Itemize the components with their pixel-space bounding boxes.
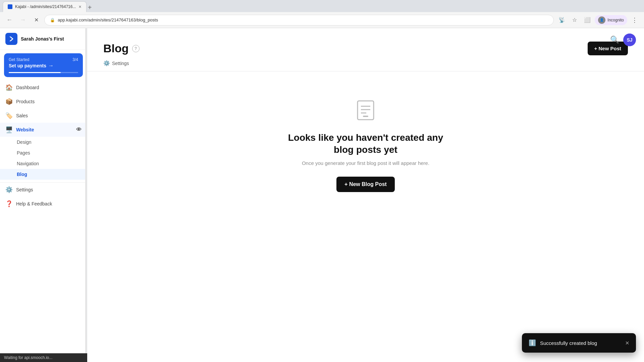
sidebar-item-website[interactable]: 🖥️ Website 👁 [0, 123, 87, 137]
browser-toolbar: ← → ✕ 🔒 app.kajabi.com/admin/sites/21476… [0, 12, 644, 28]
sidebar-item-label-dashboard: Dashboard [16, 85, 39, 90]
site-name: Sarah Jonas's First [21, 36, 82, 42]
sidebar-item-dashboard[interactable]: 🏠 Dashboard [0, 80, 87, 95]
address-url: app.kajabi.com/admin/sites/2147647163/bl… [58, 17, 158, 22]
tab-favicon [8, 4, 12, 9]
get-started-label: Get Started [9, 57, 29, 62]
sub-nav-label-design: Design [17, 139, 32, 145]
help-circle-icon[interactable]: ? [132, 45, 140, 52]
toast-info-icon: ℹ️ [529, 339, 536, 347]
back-button[interactable]: ← [4, 15, 15, 25]
sub-nav-label-navigation: Navigation [17, 161, 39, 166]
user-avatar-button[interactable]: SJ [623, 34, 636, 46]
reload-button[interactable]: ✕ [31, 15, 42, 25]
page-title-row: Blog ? [103, 42, 140, 55]
user-initials: SJ [627, 37, 632, 43]
get-started-arrow-icon: → [48, 63, 54, 69]
sub-nav-label-blog: Blog [17, 172, 27, 177]
tab-title: Kajabi - /admin/sites/214764716... [15, 4, 76, 9]
sidebar-item-label-website: Website [16, 127, 34, 132]
sidebar-item-settings[interactable]: ⚙️ Settings [0, 183, 87, 197]
sub-nav-design[interactable]: Design [0, 137, 87, 147]
sub-nav-blog[interactable]: Blog [0, 169, 87, 180]
new-blog-post-button[interactable]: + New Blog Post [336, 177, 395, 192]
sidebar-header: Sarah Jonas's First [0, 28, 87, 50]
incognito-label: Incognito [607, 18, 624, 22]
incognito-button[interactable]: 👤 Incognito [595, 15, 627, 25]
sidebar-item-help[interactable]: ❓ Help & Feedback [0, 197, 87, 211]
page-title: Blog [103, 42, 129, 55]
menu-button[interactable]: ⋮ [629, 15, 640, 25]
get-started-progress-bar-track [9, 72, 78, 73]
blog-empty-title: Looks like you haven't created any blog … [282, 132, 449, 156]
forward-button[interactable]: → [17, 15, 28, 25]
status-bar: Waiting for api.smooch.io... [0, 353, 87, 362]
toast-notification: ℹ️ Successfully created blog × [522, 333, 636, 353]
sidebar-item-label-sales: Sales [16, 113, 28, 118]
profile-icon[interactable]: ⬜ [582, 15, 593, 25]
address-bar[interactable]: 🔒 app.kajabi.com/admin/sites/2147647163/… [44, 15, 554, 25]
settings-link-label: Settings [112, 61, 129, 66]
browser-tab[interactable]: Kajabi - /admin/sites/214764716... × [3, 1, 87, 12]
sidebar-item-label-products: Products [16, 99, 35, 104]
address-lock-icon: 🔒 [50, 18, 55, 22]
get-started-banner[interactable]: Get Started 3/4 Set up payments → [4, 53, 83, 77]
help-icon: ❓ [5, 200, 13, 207]
blog-empty-subtitle: Once you generate your first blog post i… [302, 160, 429, 166]
sidebar-item-products[interactable]: 📦 Products [0, 95, 87, 109]
browser-toolbar-icons: 📡 ☆ ⬜ 👤 Incognito ⋮ [556, 15, 640, 25]
sub-nav-navigation[interactable]: Navigation [0, 158, 87, 169]
home-icon: 🏠 [5, 84, 13, 91]
eye-icon[interactable]: 👁 [76, 127, 82, 133]
new-tab-button[interactable]: + [88, 4, 92, 11]
sidebar: Sarah Jonas's First Get Started 3/4 Set … [0, 28, 87, 362]
products-icon: 📦 [5, 98, 13, 105]
sidebar-item-label-settings: Settings [16, 187, 33, 192]
toast-message: Successfully created blog [540, 340, 621, 346]
bookmark-icon[interactable]: ☆ [569, 15, 580, 25]
blog-empty-state: Looks like you haven't created any blog … [87, 71, 644, 219]
get-started-count: 3/4 [72, 57, 78, 62]
sidebar-item-sales[interactable]: 🏷️ Sales [0, 109, 87, 123]
sub-nav-pages[interactable]: Pages [0, 147, 87, 158]
svg-rect-4 [363, 116, 368, 117]
sales-icon: 🏷️ [5, 112, 13, 119]
incognito-avatar: 👤 [598, 16, 605, 24]
settings-link[interactable]: ⚙️ Settings [87, 55, 644, 71]
sidebar-item-label-help: Help & Feedback [16, 201, 52, 206]
get-started-progress-bar [9, 72, 61, 73]
toast-close-button[interactable]: × [625, 340, 629, 346]
search-button[interactable]: 🔍 [610, 36, 619, 44]
monitor-icon: 🖥️ [5, 126, 13, 133]
get-started-action: Set up payments [9, 63, 46, 68]
app-top-bar: 🔍 SJ [610, 34, 636, 46]
sidebar-scrollbar[interactable] [85, 28, 87, 362]
kajabi-logo [5, 33, 17, 45]
blog-empty-icon [354, 98, 378, 124]
sub-nav-label-pages: Pages [17, 150, 30, 156]
status-text: Waiting for api.smooch.io... [4, 355, 52, 360]
tab-close-icon[interactable]: × [78, 4, 81, 9]
settings-icon: ⚙️ [5, 186, 13, 193]
cast-icon[interactable]: 📡 [556, 15, 567, 25]
browser-chrome: Kajabi - /admin/sites/214764716... × + [0, 0, 644, 12]
settings-gear-icon: ⚙️ [103, 60, 110, 66]
